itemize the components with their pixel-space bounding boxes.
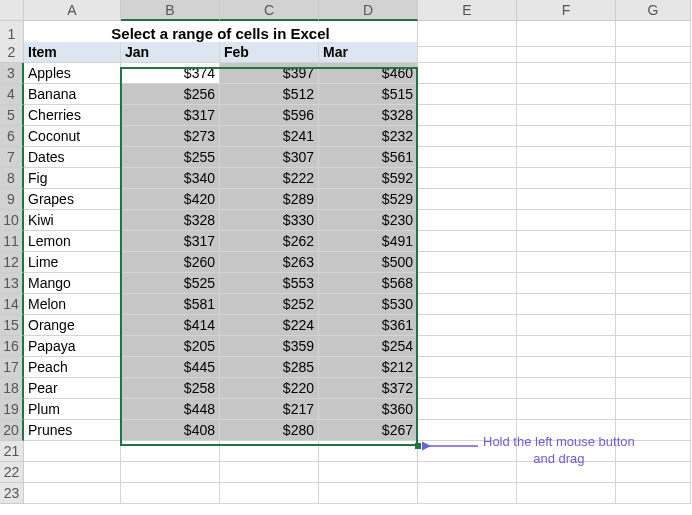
cell-empty[interactable]	[418, 231, 517, 252]
cell-empty[interactable]	[418, 189, 517, 210]
col-header-A[interactable]: A	[24, 0, 121, 21]
row-header-10[interactable]: 10	[0, 210, 24, 231]
cell-empty[interactable]	[121, 483, 220, 504]
cell-empty[interactable]	[517, 147, 616, 168]
header-cell[interactable]: Feb	[220, 42, 319, 63]
data-cell[interactable]: $273	[121, 126, 220, 147]
col-header-G[interactable]: G	[616, 0, 691, 21]
cell-empty[interactable]	[517, 84, 616, 105]
cell-empty[interactable]	[517, 105, 616, 126]
fill-handle[interactable]	[415, 443, 421, 449]
data-cell[interactable]: $260	[121, 252, 220, 273]
item-cell[interactable]: Peach	[24, 357, 121, 378]
data-cell[interactable]: $222	[220, 168, 319, 189]
data-cell[interactable]: $414	[121, 315, 220, 336]
cell-empty[interactable]	[616, 168, 691, 189]
select-all-corner[interactable]	[0, 0, 24, 21]
row-header-9[interactable]: 9	[0, 189, 24, 210]
row-header-20[interactable]: 20	[0, 420, 24, 441]
col-header-B[interactable]: B	[121, 0, 220, 21]
item-cell[interactable]: Pear	[24, 378, 121, 399]
item-cell[interactable]: Melon	[24, 294, 121, 315]
cell-empty[interactable]	[517, 399, 616, 420]
cell-empty[interactable]	[418, 273, 517, 294]
data-cell[interactable]: $220	[220, 378, 319, 399]
item-cell[interactable]: Banana	[24, 84, 121, 105]
row-header-5[interactable]: 5	[0, 105, 24, 126]
cell-empty[interactable]	[616, 42, 691, 63]
cell-empty[interactable]	[616, 483, 691, 504]
row-header-2[interactable]: 2	[0, 42, 24, 63]
row-header-3[interactable]: 3	[0, 63, 24, 84]
data-cell[interactable]: $553	[220, 273, 319, 294]
cell-empty[interactable]	[616, 105, 691, 126]
cell-empty[interactable]	[517, 315, 616, 336]
data-cell[interactable]: $530	[319, 294, 418, 315]
cell-empty[interactable]	[616, 210, 691, 231]
data-cell[interactable]: $317	[121, 231, 220, 252]
data-cell[interactable]: $241	[220, 126, 319, 147]
data-cell[interactable]: $500	[319, 252, 418, 273]
data-cell[interactable]: $254	[319, 336, 418, 357]
item-cell[interactable]: Coconut	[24, 126, 121, 147]
row-header-17[interactable]: 17	[0, 357, 24, 378]
cell-empty[interactable]	[517, 273, 616, 294]
data-cell[interactable]: $448	[121, 399, 220, 420]
data-cell[interactable]: $525	[121, 273, 220, 294]
item-cell[interactable]: Plum	[24, 399, 121, 420]
cell-empty[interactable]	[418, 315, 517, 336]
data-cell[interactable]: $568	[319, 273, 418, 294]
row-header-7[interactable]: 7	[0, 147, 24, 168]
row-header-16[interactable]: 16	[0, 336, 24, 357]
row-header-15[interactable]: 15	[0, 315, 24, 336]
data-cell[interactable]: $212	[319, 357, 418, 378]
row-header-8[interactable]: 8	[0, 168, 24, 189]
cell-empty[interactable]	[319, 483, 418, 504]
data-cell[interactable]: $285	[220, 357, 319, 378]
cell-empty[interactable]	[418, 252, 517, 273]
data-cell[interactable]: $512	[220, 84, 319, 105]
row-header-13[interactable]: 13	[0, 273, 24, 294]
data-cell[interactable]: $420	[121, 189, 220, 210]
cell-empty[interactable]	[418, 42, 517, 63]
cell-empty[interactable]	[616, 399, 691, 420]
cell-empty[interactable]	[517, 378, 616, 399]
data-cell[interactable]: $397	[220, 63, 319, 84]
cell-empty[interactable]	[418, 399, 517, 420]
cell-empty[interactable]	[517, 210, 616, 231]
data-cell[interactable]: $515	[319, 84, 418, 105]
data-cell[interactable]: $263	[220, 252, 319, 273]
row-header-18[interactable]: 18	[0, 378, 24, 399]
spreadsheet-grid[interactable]: ABCDEFG1Select a range of cells in Excel…	[0, 0, 692, 504]
cell-empty[interactable]	[616, 252, 691, 273]
col-header-F[interactable]: F	[517, 0, 616, 21]
item-cell[interactable]: Lemon	[24, 231, 121, 252]
data-cell[interactable]: $360	[319, 399, 418, 420]
row-header-6[interactable]: 6	[0, 126, 24, 147]
cell-empty[interactable]	[517, 189, 616, 210]
header-cell[interactable]: Jan	[121, 42, 220, 63]
data-cell[interactable]: $529	[319, 189, 418, 210]
cell-empty[interactable]	[517, 231, 616, 252]
cell-empty[interactable]	[517, 42, 616, 63]
cell-empty[interactable]	[517, 63, 616, 84]
data-cell[interactable]: $374	[121, 63, 220, 84]
data-cell[interactable]: $561	[319, 147, 418, 168]
col-header-E[interactable]: E	[418, 0, 517, 21]
cell-empty[interactable]	[319, 441, 418, 462]
row-header-14[interactable]: 14	[0, 294, 24, 315]
item-cell[interactable]: Lime	[24, 252, 121, 273]
data-cell[interactable]: $445	[121, 357, 220, 378]
data-cell[interactable]: $317	[121, 105, 220, 126]
cell-empty[interactable]	[616, 336, 691, 357]
item-cell[interactable]: Mango	[24, 273, 121, 294]
cell-empty[interactable]	[418, 483, 517, 504]
item-cell[interactable]: Kiwi	[24, 210, 121, 231]
item-cell[interactable]: Dates	[24, 147, 121, 168]
cell-empty[interactable]	[616, 126, 691, 147]
cell-empty[interactable]	[220, 462, 319, 483]
cell-empty[interactable]	[616, 315, 691, 336]
cell-empty[interactable]	[517, 357, 616, 378]
data-cell[interactable]: $280	[220, 420, 319, 441]
cell-empty[interactable]	[616, 147, 691, 168]
